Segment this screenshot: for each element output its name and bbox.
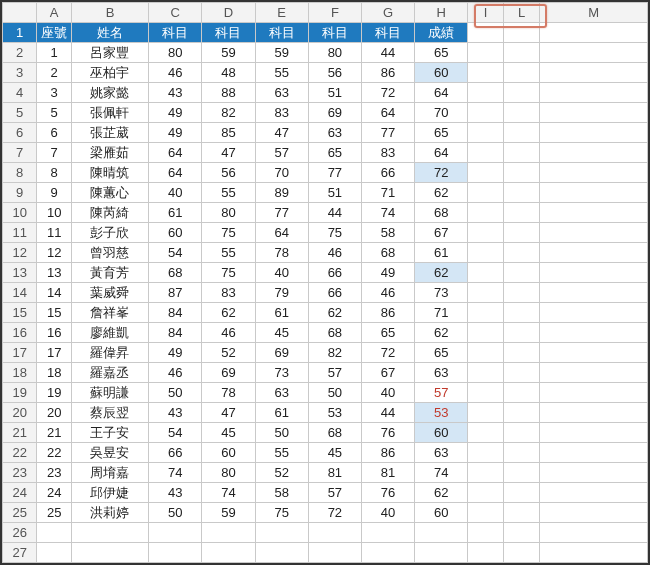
cell[interactable]: 25: [37, 503, 71, 523]
cell[interactable]: 50: [255, 423, 308, 443]
cell[interactable]: 56: [308, 63, 361, 83]
col-header[interactable]: E: [255, 3, 308, 23]
cell[interactable]: 羅嘉丞: [71, 363, 148, 383]
cell[interactable]: 89: [255, 183, 308, 203]
cell[interactable]: 51: [308, 183, 361, 203]
cell[interactable]: [468, 243, 503, 263]
cell[interactable]: 呂家豐: [71, 43, 148, 63]
cell[interactable]: 82: [202, 103, 255, 123]
cell[interactable]: 彭子欣: [71, 223, 148, 243]
cell[interactable]: 72: [361, 83, 414, 103]
cell[interactable]: 67: [415, 223, 468, 243]
cell[interactable]: 72: [308, 503, 361, 523]
cell[interactable]: 84: [149, 323, 202, 343]
cell[interactable]: [202, 523, 255, 543]
cell[interactable]: [540, 383, 648, 403]
cell[interactable]: [468, 463, 503, 483]
cell[interactable]: 60: [415, 503, 468, 523]
cell[interactable]: 70: [255, 163, 308, 183]
cell[interactable]: 74: [202, 483, 255, 503]
cell[interactable]: 陳蕙心: [71, 183, 148, 203]
cell[interactable]: [540, 323, 648, 343]
cell[interactable]: 78: [202, 383, 255, 403]
cell[interactable]: 73: [255, 363, 308, 383]
cell[interactable]: [71, 523, 148, 543]
cell[interactable]: 60: [202, 443, 255, 463]
cell[interactable]: [540, 123, 648, 143]
cell[interactable]: [503, 343, 540, 363]
row-header[interactable]: 17: [3, 343, 37, 363]
cell[interactable]: [468, 203, 503, 223]
cell[interactable]: 69: [255, 343, 308, 363]
row-header[interactable]: 6: [3, 123, 37, 143]
header-cell[interactable]: 姓名: [71, 23, 148, 43]
cell[interactable]: 79: [255, 283, 308, 303]
cell[interactable]: 60: [415, 63, 468, 83]
cell[interactable]: [149, 523, 202, 543]
row-header[interactable]: 2: [3, 43, 37, 63]
cell[interactable]: [503, 503, 540, 523]
cell[interactable]: 63: [415, 443, 468, 463]
cell[interactable]: 3: [37, 83, 71, 103]
row-header[interactable]: 7: [3, 143, 37, 163]
cell[interactable]: 曾羽慈: [71, 243, 148, 263]
cell[interactable]: 86: [361, 63, 414, 83]
row-header[interactable]: 5: [3, 103, 37, 123]
cell[interactable]: 58: [255, 483, 308, 503]
cell[interactable]: [468, 83, 503, 103]
cell[interactable]: 76: [361, 423, 414, 443]
cell[interactable]: 52: [255, 463, 308, 483]
cell[interactable]: [361, 523, 414, 543]
cell[interactable]: 58: [361, 223, 414, 243]
cell[interactable]: 61: [255, 303, 308, 323]
cell[interactable]: [503, 163, 540, 183]
cell[interactable]: 82: [308, 343, 361, 363]
cell[interactable]: 63: [415, 363, 468, 383]
cell[interactable]: 57: [308, 363, 361, 383]
cell[interactable]: 47: [255, 123, 308, 143]
cell[interactable]: 68: [415, 203, 468, 223]
header-cell[interactable]: 科目: [255, 23, 308, 43]
cell[interactable]: 55: [202, 183, 255, 203]
cell[interactable]: 57: [415, 383, 468, 403]
cell[interactable]: 76: [361, 483, 414, 503]
cell[interactable]: 周堉嘉: [71, 463, 148, 483]
cell[interactable]: [503, 83, 540, 103]
cell[interactable]: [540, 363, 648, 383]
cell[interactable]: 62: [202, 303, 255, 323]
cell[interactable]: [503, 23, 540, 43]
col-header[interactable]: M: [540, 3, 648, 23]
cell[interactable]: [37, 523, 71, 543]
cell[interactable]: [468, 63, 503, 83]
cell[interactable]: 8: [37, 163, 71, 183]
cell[interactable]: 1: [37, 43, 71, 63]
cell[interactable]: 60: [415, 423, 468, 443]
cell[interactable]: [540, 143, 648, 163]
col-header[interactable]: G: [361, 3, 414, 23]
cell[interactable]: [468, 543, 503, 563]
cell[interactable]: [503, 543, 540, 563]
cell[interactable]: 40: [361, 383, 414, 403]
cell[interactable]: 55: [255, 443, 308, 463]
cell[interactable]: 19: [37, 383, 71, 403]
row-header[interactable]: 26: [3, 523, 37, 543]
cell[interactable]: 87: [149, 283, 202, 303]
cell[interactable]: 80: [202, 203, 255, 223]
cell[interactable]: [468, 163, 503, 183]
cell[interactable]: 61: [149, 203, 202, 223]
cell[interactable]: [540, 103, 648, 123]
row-header[interactable]: 19: [3, 383, 37, 403]
cell[interactable]: 74: [415, 463, 468, 483]
row-header[interactable]: 8: [3, 163, 37, 183]
cell[interactable]: 王子安: [71, 423, 148, 443]
cell[interactable]: 49: [149, 103, 202, 123]
cell[interactable]: 葉威舜: [71, 283, 148, 303]
cell[interactable]: 9: [37, 183, 71, 203]
cell[interactable]: 43: [149, 483, 202, 503]
cell[interactable]: 62: [415, 263, 468, 283]
cell[interactable]: 63: [255, 83, 308, 103]
cell[interactable]: 20: [37, 403, 71, 423]
header-cell[interactable]: 科目: [202, 23, 255, 43]
cell[interactable]: 63: [255, 383, 308, 403]
cell[interactable]: [503, 103, 540, 123]
